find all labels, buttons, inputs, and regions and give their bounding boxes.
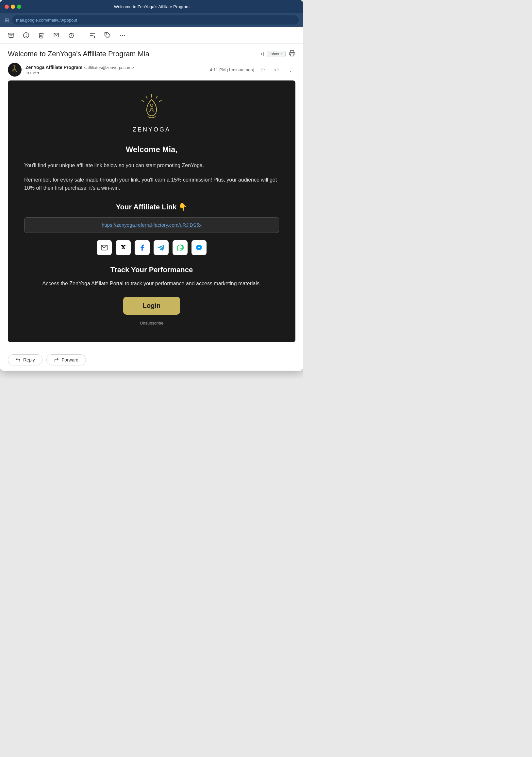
svg-line-16 <box>16 65 16 66</box>
reply-arrow-icon <box>15 357 20 362</box>
svg-rect-0 <box>9 33 14 34</box>
telegram-share-icon[interactable] <box>154 240 169 255</box>
svg-point-22 <box>150 104 153 106</box>
whatsapp-share-icon[interactable] <box>173 240 187 255</box>
sender-email: <affiliates@zenyoga.com> <box>84 65 134 70</box>
welcome-heading: Welcome Mia, <box>24 145 279 154</box>
svg-point-4 <box>26 36 26 37</box>
move-to-icon[interactable] <box>88 31 97 40</box>
archive-icon[interactable] <box>7 31 16 40</box>
close-button[interactable] <box>5 5 9 9</box>
email-content: ZENYOGA Welcome Mia, You'll find your un… <box>8 80 295 342</box>
forward-button[interactable]: Forward <box>46 354 86 365</box>
login-button[interactable]: Login <box>123 297 180 315</box>
svg-line-15 <box>14 65 14 66</box>
sender-name: ZenYoga Affiliate Program <box>25 65 82 70</box>
content-inner: ZENYOGA Welcome Mia, You'll find your un… <box>8 80 295 342</box>
addressbar: ⊞ <box>0 13 303 27</box>
reply-icon[interactable]: ↩ <box>271 64 282 75</box>
social-icons: 𝕏 <box>24 240 279 255</box>
svg-point-9 <box>124 35 125 36</box>
nav-grid-icon[interactable]: ⊞ <box>5 17 9 23</box>
body-text-1: You'll find your unique affiliate link b… <box>24 161 279 170</box>
svg-point-6 <box>106 33 107 34</box>
zenyoga-avatar-logo <box>11 65 19 75</box>
reply-button[interactable]: Reply <box>8 354 42 365</box>
titlebar: Welcome to ZenYoga's Affiliate Program <box>0 0 303 13</box>
forward-arrow-icon <box>54 357 59 362</box>
facebook-share-icon[interactable] <box>135 240 150 255</box>
logo-section: ZENYOGA <box>24 94 279 133</box>
print-icon[interactable] <box>289 50 295 58</box>
sender-row: ZenYoga Affiliate Program <affiliates@ze… <box>8 63 295 76</box>
svg-line-18 <box>156 96 157 99</box>
address-input[interactable] <box>12 15 299 24</box>
forward-icon <box>259 51 265 57</box>
track-heading: Track Your Performance <box>24 266 279 274</box>
inbox-badge[interactable]: Inbox × <box>266 51 286 57</box>
svg-line-19 <box>159 100 162 102</box>
label-icon[interactable] <box>103 31 112 40</box>
sender-actions: 4:11 PM (1 minute ago) ☆ ↩ ⋮ <box>210 64 295 75</box>
to-me[interactable]: to me ▾ <box>25 70 206 75</box>
email-share-icon[interactable] <box>97 240 112 255</box>
subject-row: Welcome to ZenYoga's Affiliate Program M… <box>8 50 295 58</box>
svg-line-21 <box>142 100 144 102</box>
logo-text: ZENYOGA <box>24 126 279 133</box>
x-twitter-share-icon[interactable]: 𝕏 <box>116 240 131 255</box>
track-text: Access the ZenYoga Affiliate Portal to t… <box>24 279 279 288</box>
mark-unread-icon[interactable] <box>52 31 61 40</box>
email-toolbar <box>0 27 303 44</box>
svg-point-13 <box>14 65 15 67</box>
login-btn-wrap: Login <box>24 297 279 315</box>
minimize-button[interactable] <box>11 5 15 9</box>
svg-rect-11 <box>291 54 294 56</box>
email-timestamp: 4:11 PM (1 minute ago) <box>210 67 254 72</box>
more-icon[interactable] <box>118 31 127 40</box>
messenger-share-icon[interactable] <box>191 240 207 255</box>
email-body: ZENYOGA Welcome Mia, You'll find your un… <box>0 80 303 349</box>
unsubscribe-section: Unsubscribe <box>24 320 279 326</box>
email-header: Welcome to ZenYoga's Affiliate Program M… <box>0 44 303 80</box>
email-window: Welcome to ZenYoga's Affiliate Program ⊞ <box>0 0 303 371</box>
svg-point-7 <box>120 35 121 36</box>
affiliate-url[interactable]: https://zenyoga.referral-factory.com/uRJ… <box>102 222 202 228</box>
unsubscribe-link[interactable]: Unsubscribe <box>140 320 163 325</box>
track-section: Track Your Performance Access the ZenYog… <box>24 266 279 288</box>
affiliate-link-section: Your Affiliate Link 👇 https://zenyoga.re… <box>24 203 279 233</box>
svg-point-8 <box>122 35 123 36</box>
snooze-icon[interactable] <box>67 31 76 40</box>
star-icon[interactable]: ☆ <box>258 64 268 75</box>
reply-forward-bar: Reply Forward <box>0 349 303 371</box>
traffic-lights <box>5 5 21 9</box>
affiliate-link-heading: Your Affiliate Link 👇 <box>24 203 279 211</box>
affiliate-link-box: https://zenyoga.referral-factory.com/uRJ… <box>24 217 279 233</box>
more-actions-icon[interactable]: ⋮ <box>285 64 295 75</box>
toolbar-separator <box>82 31 82 39</box>
svg-line-20 <box>146 96 147 99</box>
report-icon[interactable] <box>21 31 31 40</box>
window-title: Welcome to ZenYoga's Affiliate Program <box>24 4 279 9</box>
email-subject: Welcome to ZenYoga's Affiliate Program M… <box>8 50 256 58</box>
sender-info: ZenYoga Affiliate Program <affiliates@ze… <box>25 64 206 75</box>
body-text-2: Remember, for every sale made through yo… <box>24 176 279 192</box>
svg-point-12 <box>13 69 17 72</box>
maximize-button[interactable] <box>17 5 21 9</box>
zenyoga-logo-svg <box>137 94 166 123</box>
sender-avatar <box>8 63 21 76</box>
delete-icon[interactable] <box>37 31 46 40</box>
